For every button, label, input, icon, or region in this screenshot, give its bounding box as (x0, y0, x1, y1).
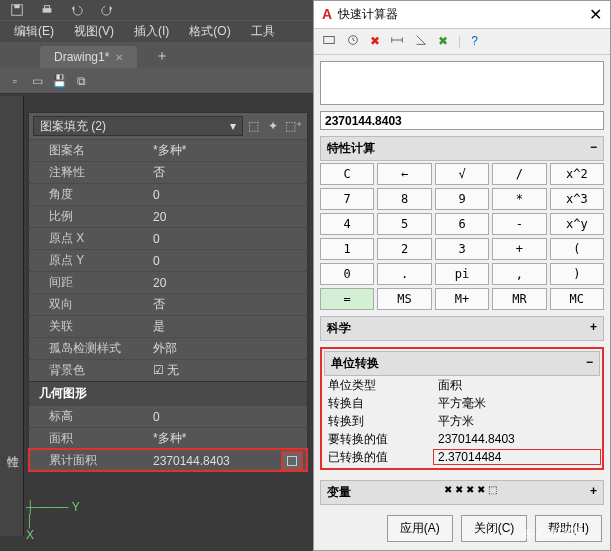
redo-icon[interactable] (98, 1, 116, 19)
undo-icon[interactable] (68, 1, 86, 19)
property-value[interactable]: 0 (149, 254, 307, 268)
key-,[interactable]: , (492, 263, 546, 285)
calc-result[interactable]: 2370144.8403 (320, 111, 604, 130)
property-row[interactable]: 比例20 (29, 205, 307, 227)
clear-icon[interactable] (322, 33, 336, 50)
property-value[interactable]: 20 (149, 276, 307, 290)
key-pi[interactable]: pi (435, 263, 489, 285)
menu-format[interactable]: 格式(O) (179, 21, 240, 42)
key-x^2[interactable]: x^2 (550, 163, 604, 185)
key-4[interactable]: 4 (320, 213, 374, 235)
unit-value[interactable]: 面积 (434, 377, 600, 394)
section-variables[interactable]: 变量✖ ✖ ✖ ✖ ⬚+ (320, 480, 604, 505)
property-row[interactable]: 原点 Y0 (29, 249, 307, 271)
help-icon[interactable]: ? (471, 34, 478, 48)
unit-row[interactable]: 转换自平方毫米 (324, 394, 600, 412)
key-MR[interactable]: MR (492, 288, 546, 310)
quick-select-icon[interactable]: ⬚ (243, 119, 263, 133)
property-value[interactable]: *多种* (149, 430, 307, 447)
unit-value[interactable]: 2.37014484 (434, 450, 600, 464)
property-row[interactable]: 双向否 (29, 293, 307, 315)
angle-icon[interactable] (414, 33, 428, 50)
property-row[interactable]: 图案名*多种* (29, 139, 307, 161)
key-M+[interactable]: M+ (435, 288, 489, 310)
calculator-button[interactable] (281, 451, 303, 471)
property-value[interactable]: 2370144.8403 (149, 454, 281, 468)
unit-value[interactable]: 平方米 (434, 413, 600, 430)
key-7[interactable]: 7 (320, 188, 374, 210)
selection-combo[interactable]: 图案填充 (2) ▾ (33, 116, 243, 136)
property-value[interactable]: 否 (149, 296, 307, 313)
property-value[interactable]: 0 (149, 410, 307, 424)
distance-icon[interactable] (390, 33, 404, 50)
key-*[interactable]: * (492, 188, 546, 210)
property-row[interactable]: 面积*多种* (29, 427, 307, 449)
key-1[interactable]: 1 (320, 238, 374, 260)
menu-insert[interactable]: 插入(I) (124, 21, 179, 42)
key-=[interactable]: = (320, 288, 374, 310)
key-C[interactable]: C (320, 163, 374, 185)
tab-drawing1[interactable]: Drawing1* ✕ (40, 46, 137, 68)
key-←[interactable]: ← (377, 163, 431, 185)
unit-row[interactable]: 单位类型面积 (324, 376, 600, 394)
unit-row[interactable]: 已转换的值2.37014484 (324, 448, 600, 466)
toggle-icon[interactable]: ⬚⁺ (283, 119, 303, 133)
paste-icon[interactable]: ✖ (370, 34, 380, 48)
history-icon[interactable] (346, 33, 360, 50)
new-icon[interactable]: ▫ (6, 72, 24, 90)
unit-row[interactable]: 要转换的值2370144.8403 (324, 430, 600, 448)
property-value[interactable]: 20 (149, 210, 307, 224)
property-value[interactable]: *多种* (149, 142, 307, 159)
intersect-icon[interactable]: ✖ (438, 34, 448, 48)
unit-value[interactable]: 平方毫米 (434, 395, 600, 412)
property-value[interactable]: 0 (149, 232, 307, 246)
property-value[interactable]: 否 (149, 164, 307, 181)
property-row[interactable]: 注释性否 (29, 161, 307, 183)
section-scientific[interactable]: 科学+ (320, 316, 604, 341)
key-3[interactable]: 3 (435, 238, 489, 260)
close-icon[interactable]: ✕ (589, 5, 602, 24)
property-row[interactable]: 角度0 (29, 183, 307, 205)
key-x^y[interactable]: x^y (550, 213, 604, 235)
property-row[interactable]: 标高0 (29, 405, 307, 427)
section-unit-conv[interactable]: 单位转换− (324, 351, 600, 376)
menu-edit[interactable]: 编辑(E) (4, 21, 64, 42)
calc-input[interactable] (320, 61, 604, 106)
key-9[interactable]: 9 (435, 188, 489, 210)
key-x^3[interactable]: x^3 (550, 188, 604, 210)
save-icon[interactable]: 💾 (50, 72, 68, 90)
unit-value[interactable]: 2370144.8403 (434, 432, 600, 446)
key-8[interactable]: 8 (377, 188, 431, 210)
property-value[interactable]: 0 (149, 188, 307, 202)
menu-tools[interactable]: 工具 (241, 21, 285, 42)
key-)[interactable]: ) (550, 263, 604, 285)
key-0[interactable]: 0 (320, 263, 374, 285)
menu-view[interactable]: 视图(V) (64, 21, 124, 42)
open-icon[interactable]: ▭ (28, 72, 46, 90)
key-MS[interactable]: MS (377, 288, 431, 310)
section-geometry[interactable]: 几何图形 (29, 381, 307, 405)
apply-button[interactable]: 应用(A) (387, 515, 453, 542)
copy-icon[interactable]: ⧉ (72, 72, 90, 90)
key-√[interactable]: √ (435, 163, 489, 185)
property-row[interactable]: 背景色☑ 无 (29, 359, 307, 381)
key-.[interactable]: . (377, 263, 431, 285)
close-icon[interactable]: ✕ (115, 52, 123, 63)
property-value[interactable]: ☑ 无 (149, 362, 307, 379)
close-button[interactable]: 关闭(C) (461, 515, 528, 542)
property-row[interactable]: 孤岛检测样式外部 (29, 337, 307, 359)
property-row[interactable]: 关联是 (29, 315, 307, 337)
key-+[interactable]: + (492, 238, 546, 260)
key-5[interactable]: 5 (377, 213, 431, 235)
save-icon[interactable] (8, 1, 26, 19)
key-2[interactable]: 2 (377, 238, 431, 260)
pick-icon[interactable]: ✦ (263, 119, 283, 133)
new-tab-button[interactable]: ＋ (147, 44, 177, 68)
section-props-calc[interactable]: 特性计算− (320, 136, 604, 161)
key-([interactable]: ( (550, 238, 604, 260)
property-row[interactable]: 累计面积2370144.8403 (29, 449, 307, 471)
key-MC[interactable]: MC (550, 288, 604, 310)
property-row[interactable]: 原点 X0 (29, 227, 307, 249)
key-6[interactable]: 6 (435, 213, 489, 235)
property-row[interactable]: 间距20 (29, 271, 307, 293)
